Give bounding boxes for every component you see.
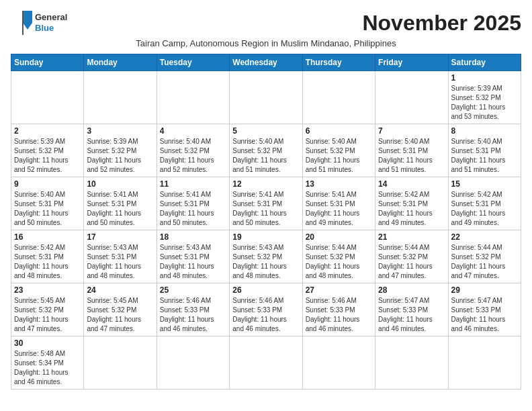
day-info: Sunrise: 5:39 AM Sunset: 5:32 PM Dayligh…: [14, 137, 81, 175]
day-info: Sunrise: 5:45 AM Sunset: 5:32 PM Dayligh…: [87, 296, 153, 334]
day-number: 10: [87, 179, 153, 189]
calendar-cell: 15Sunrise: 5:42 AM Sunset: 5:31 PM Dayli…: [448, 177, 521, 230]
day-number: 19: [232, 232, 299, 242]
day-number: 24: [87, 285, 153, 295]
calendar-cell: [375, 336, 448, 390]
calendar-cell: 4Sunrise: 5:40 AM Sunset: 5:32 PM Daylig…: [157, 124, 229, 177]
day-info: Sunrise: 5:42 AM Sunset: 5:31 PM Dayligh…: [14, 243, 81, 281]
calendar-cell: 23Sunrise: 5:45 AM Sunset: 5:32 PM Dayli…: [11, 283, 84, 336]
calendar-week-row: 9Sunrise: 5:40 AM Sunset: 5:31 PM Daylig…: [11, 177, 521, 230]
calendar-week-row: 30Sunrise: 5:48 AM Sunset: 5:34 PM Dayli…: [11, 336, 521, 390]
calendar-cell: 25Sunrise: 5:46 AM Sunset: 5:33 PM Dayli…: [157, 283, 229, 336]
day-info: Sunrise: 5:42 AM Sunset: 5:31 PM Dayligh…: [378, 190, 445, 228]
day-number: 12: [232, 179, 299, 189]
day-number: 16: [14, 232, 81, 242]
calendar-cell: 11Sunrise: 5:41 AM Sunset: 5:31 PM Dayli…: [157, 177, 229, 230]
calendar-week-row: 16Sunrise: 5:42 AM Sunset: 5:31 PM Dayli…: [11, 230, 521, 283]
day-number: 1: [451, 73, 518, 83]
calendar-week-row: 2Sunrise: 5:39 AM Sunset: 5:32 PM Daylig…: [11, 124, 521, 177]
calendar-cell: 26Sunrise: 5:46 AM Sunset: 5:33 PM Dayli…: [230, 283, 302, 336]
day-number: 15: [451, 179, 518, 189]
subtitle: Tairan Camp, Autonomous Region in Muslim…: [11, 38, 521, 48]
day-info: Sunrise: 5:46 AM Sunset: 5:33 PM Dayligh…: [160, 296, 226, 334]
day-info: Sunrise: 5:43 AM Sunset: 5:32 PM Dayligh…: [232, 243, 299, 281]
day-info: Sunrise: 5:41 AM Sunset: 5:31 PM Dayligh…: [160, 190, 226, 228]
day-number: 22: [451, 232, 518, 242]
day-info: Sunrise: 5:41 AM Sunset: 5:31 PM Dayligh…: [232, 190, 299, 228]
calendar-header-thursday: Thursday: [302, 54, 375, 71]
day-number: 17: [87, 232, 153, 242]
day-number: 23: [14, 285, 81, 295]
day-info: Sunrise: 5:41 AM Sunset: 5:31 PM Dayligh…: [306, 190, 372, 228]
svg-rect-0: [23, 11, 32, 23]
calendar-cell: 18Sunrise: 5:43 AM Sunset: 5:31 PM Dayli…: [157, 230, 229, 283]
calendar-cell: 16Sunrise: 5:42 AM Sunset: 5:31 PM Dayli…: [11, 230, 84, 283]
calendar-cell: [84, 71, 157, 124]
calendar-cell: [11, 71, 84, 124]
day-info: Sunrise: 5:44 AM Sunset: 5:32 PM Dayligh…: [306, 243, 372, 281]
day-number: 28: [378, 285, 445, 295]
calendar-header-row: SundayMondayTuesdayWednesdayThursdayFrid…: [11, 54, 521, 71]
day-info: Sunrise: 5:40 AM Sunset: 5:32 PM Dayligh…: [160, 137, 226, 175]
calendar-cell: 30Sunrise: 5:48 AM Sunset: 5:34 PM Dayli…: [11, 336, 84, 390]
calendar-cell: 13Sunrise: 5:41 AM Sunset: 5:31 PM Dayli…: [302, 177, 375, 230]
day-info: Sunrise: 5:43 AM Sunset: 5:31 PM Dayligh…: [160, 243, 226, 281]
calendar-header-tuesday: Tuesday: [157, 54, 229, 71]
day-info: Sunrise: 5:47 AM Sunset: 5:33 PM Dayligh…: [378, 296, 445, 334]
header: GeneralBlue November 2025: [11, 11, 521, 36]
day-number: 25: [160, 285, 226, 295]
calendar-header-monday: Monday: [84, 54, 157, 71]
day-info: Sunrise: 5:45 AM Sunset: 5:32 PM Dayligh…: [14, 296, 81, 334]
day-number: 7: [378, 126, 445, 136]
calendar-week-row: 23Sunrise: 5:45 AM Sunset: 5:32 PM Dayli…: [11, 283, 521, 336]
day-info: Sunrise: 5:44 AM Sunset: 5:32 PM Dayligh…: [378, 243, 445, 281]
calendar-cell: 7Sunrise: 5:40 AM Sunset: 5:31 PM Daylig…: [375, 124, 448, 177]
calendar-cell: 21Sunrise: 5:44 AM Sunset: 5:32 PM Dayli…: [375, 230, 448, 283]
calendar-cell: [230, 71, 302, 124]
day-number: 29: [451, 285, 518, 295]
calendar-cell: 2Sunrise: 5:39 AM Sunset: 5:32 PM Daylig…: [11, 124, 84, 177]
calendar-cell: [375, 71, 448, 124]
month-title: November 2025: [362, 11, 521, 36]
calendar-cell: 5Sunrise: 5:40 AM Sunset: 5:32 PM Daylig…: [230, 124, 302, 177]
calendar-cell: [302, 336, 375, 390]
title-block: November 2025: [362, 11, 521, 36]
day-info: Sunrise: 5:40 AM Sunset: 5:31 PM Dayligh…: [14, 190, 81, 228]
day-info: Sunrise: 5:39 AM Sunset: 5:32 PM Dayligh…: [451, 84, 518, 122]
svg-marker-1: [23, 23, 32, 30]
day-info: Sunrise: 5:48 AM Sunset: 5:34 PM Dayligh…: [14, 349, 81, 387]
calendar-cell: [157, 71, 229, 124]
calendar-cell: 29Sunrise: 5:47 AM Sunset: 5:33 PM Dayli…: [448, 283, 521, 336]
calendar-header-wednesday: Wednesday: [230, 54, 302, 71]
day-number: 21: [378, 232, 445, 242]
day-info: Sunrise: 5:40 AM Sunset: 5:31 PM Dayligh…: [451, 137, 518, 175]
calendar-cell: [157, 336, 229, 390]
day-number: 26: [232, 285, 299, 295]
day-number: 13: [306, 179, 372, 189]
day-info: Sunrise: 5:47 AM Sunset: 5:33 PM Dayligh…: [451, 296, 518, 334]
calendar-cell: [448, 336, 521, 390]
day-info: Sunrise: 5:39 AM Sunset: 5:32 PM Dayligh…: [87, 137, 153, 175]
calendar-cell: 3Sunrise: 5:39 AM Sunset: 5:32 PM Daylig…: [84, 124, 157, 177]
calendar-cell: 17Sunrise: 5:43 AM Sunset: 5:31 PM Dayli…: [84, 230, 157, 283]
day-info: Sunrise: 5:40 AM Sunset: 5:32 PM Dayligh…: [306, 137, 372, 175]
calendar-header-sunday: Sunday: [11, 54, 84, 71]
day-number: 4: [160, 126, 226, 136]
day-number: 20: [306, 232, 372, 242]
calendar-week-row: 1Sunrise: 5:39 AM Sunset: 5:32 PM Daylig…: [11, 71, 521, 124]
day-info: Sunrise: 5:42 AM Sunset: 5:31 PM Dayligh…: [451, 190, 518, 228]
calendar-cell: 12Sunrise: 5:41 AM Sunset: 5:31 PM Dayli…: [230, 177, 302, 230]
day-number: 18: [160, 232, 226, 242]
day-info: Sunrise: 5:44 AM Sunset: 5:32 PM Dayligh…: [451, 243, 518, 281]
calendar-header-friday: Friday: [375, 54, 448, 71]
day-number: 27: [306, 285, 372, 295]
day-info: Sunrise: 5:41 AM Sunset: 5:31 PM Dayligh…: [87, 190, 153, 228]
day-info: Sunrise: 5:40 AM Sunset: 5:32 PM Dayligh…: [232, 137, 299, 175]
day-info: Sunrise: 5:40 AM Sunset: 5:31 PM Dayligh…: [378, 137, 445, 175]
day-number: 8: [451, 126, 518, 136]
day-number: 6: [306, 126, 372, 136]
calendar-cell: 1Sunrise: 5:39 AM Sunset: 5:32 PM Daylig…: [448, 71, 521, 124]
calendar-header-saturday: Saturday: [448, 54, 521, 71]
calendar-cell: 22Sunrise: 5:44 AM Sunset: 5:32 PM Dayli…: [448, 230, 521, 283]
day-info: Sunrise: 5:43 AM Sunset: 5:31 PM Dayligh…: [87, 243, 153, 281]
